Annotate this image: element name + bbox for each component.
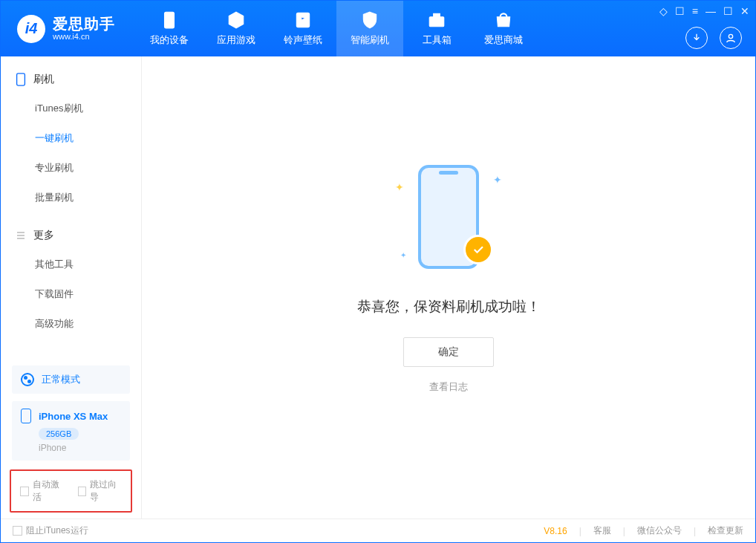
body: 刷机 iTunes刷机 一键刷机 专业刷机 批量刷机 更多 其他工具 下载固件 … [1, 56, 755, 518]
sidebar-item-pro-flash[interactable]: 专业刷机 [1, 153, 141, 183]
phone-icon [160, 10, 179, 30]
success-illustration: ✦ ✦ ✦ [389, 159, 508, 278]
music-icon [293, 10, 313, 30]
app-subtitle: www.i4.cn [53, 32, 115, 41]
list-icon [16, 229, 26, 242]
sidebar-group-more: 更多 [1, 221, 141, 250]
sidebar-item-download-firmware[interactable]: 下载固件 [1, 279, 141, 309]
sidebar-item-oneclick-flash[interactable]: 一键刷机 [1, 123, 141, 153]
cube-icon [227, 10, 246, 30]
sidebar-item-advanced[interactable]: 高级功能 [1, 309, 141, 339]
nav-tabs: 我的设备 应用游戏 铃声壁纸 智能刷机 工具箱 爱思商城 [136, 1, 537, 56]
footer-link-wechat[interactable]: 微信公众号 [637, 524, 682, 537]
tab-toolbox[interactable]: 工具箱 [403, 1, 470, 56]
cb-label: 自动激活 [33, 478, 65, 504]
success-message: 恭喜您，保资料刷机成功啦！ [357, 297, 541, 316]
feedback-icon[interactable]: ☐ [675, 5, 685, 17]
mode-label: 正常模式 [42, 373, 80, 386]
tab-ringtones-wallpapers[interactable]: 铃声壁纸 [270, 1, 336, 56]
mode-card[interactable]: 正常模式 [12, 365, 130, 394]
device-type: iPhone [39, 443, 121, 453]
sidebar-group-flash: 刷机 [1, 65, 141, 94]
toolbox-icon [427, 10, 446, 30]
sidebar-item-itunes-flash[interactable]: iTunes刷机 [1, 94, 141, 123]
device-card[interactable]: iPhone XS Max 256GB iPhone [12, 401, 130, 461]
header-action-icons [685, 27, 742, 49]
app-logo: i4 爱思助手 www.i4.cn [1, 15, 128, 43]
sparkle-icon: ✦ [493, 174, 502, 186]
checkbox-auto-activate[interactable]: 自动激活 [20, 478, 65, 504]
minimize-button[interactable]: — [706, 5, 716, 17]
titlebar: i4 爱思助手 www.i4.cn 我的设备 应用游戏 铃声壁纸 智能刷机 [1, 1, 755, 56]
sidebar-item-batch-flash[interactable]: 批量刷机 [1, 183, 141, 212]
download-button[interactable] [685, 27, 708, 49]
phone-outline-icon [16, 73, 26, 86]
cb-label: 阻止iTunes运行 [26, 524, 88, 537]
svg-rect-2 [429, 17, 444, 27]
tab-label: 爱思商城 [484, 33, 523, 47]
highlighted-options: 自动激活 跳过向导 [10, 469, 132, 513]
maximize-button[interactable]: ☐ [723, 5, 733, 17]
app-title: 爱思助手 [53, 16, 115, 32]
sidebar-group-title: 更多 [33, 229, 54, 242]
logo-icon: i4 [17, 15, 45, 43]
sparkle-icon: ✦ [395, 181, 404, 193]
mode-icon [21, 373, 34, 386]
svg-rect-0 [165, 12, 175, 28]
tab-smart-flash[interactable]: 智能刷机 [336, 1, 403, 56]
close-button[interactable]: ✕ [740, 5, 749, 17]
tab-label: 铃声壁纸 [284, 33, 322, 47]
app-window: i4 爱思助手 www.i4.cn 我的设备 应用游戏 铃声壁纸 智能刷机 [0, 0, 756, 543]
tab-label: 智能刷机 [351, 33, 389, 47]
version-label: V8.16 [544, 526, 567, 536]
ok-button[interactable]: 确定 [403, 337, 494, 367]
checkbox-block-itunes[interactable]: 阻止iTunes运行 [13, 524, 88, 537]
tab-my-device[interactable]: 我的设备 [136, 1, 203, 56]
svg-point-4 [729, 34, 732, 38]
sidebar: 刷机 iTunes刷机 一键刷机 专业刷机 批量刷机 更多 其他工具 下载固件 … [1, 56, 142, 518]
sidebar-item-other-tools[interactable]: 其他工具 [1, 250, 141, 279]
store-icon [494, 10, 513, 30]
tab-label: 应用游戏 [217, 33, 255, 47]
checkbox-skip-guide[interactable]: 跳过向导 [78, 478, 123, 504]
footer-link-update[interactable]: 检查更新 [708, 524, 743, 537]
cb-label: 跳过向导 [90, 478, 122, 504]
footer: 阻止iTunes运行 V8.16 | 客服 | 微信公众号 | 检查更新 [1, 518, 755, 542]
footer-link-support[interactable]: 客服 [593, 524, 611, 537]
shirt-icon[interactable]: ◇ [659, 5, 668, 17]
tab-label: 工具箱 [423, 33, 452, 47]
window-controls: ◇ ☐ ≡ — ☐ ✕ [659, 5, 749, 17]
menu-icon[interactable]: ≡ [692, 5, 698, 17]
svg-rect-3 [434, 13, 440, 16]
svg-rect-5 [17, 74, 25, 85]
sparkle-icon: ✦ [400, 251, 406, 259]
tab-label: 我的设备 [150, 33, 189, 47]
shield-icon [360, 10, 379, 30]
sidebar-group-title: 刷机 [33, 73, 54, 86]
success-check-icon [463, 235, 493, 264]
device-phone-icon [21, 409, 31, 423]
svg-rect-1 [296, 13, 309, 27]
view-log-link[interactable]: 查看日志 [429, 380, 468, 394]
tab-store[interactable]: 爱思商城 [470, 1, 537, 56]
device-name: iPhone XS Max [39, 411, 108, 422]
tab-apps-games[interactable]: 应用游戏 [203, 1, 270, 56]
user-button[interactable] [720, 27, 742, 49]
device-storage: 256GB [39, 428, 79, 440]
main-content: ✦ ✦ ✦ 恭喜您，保资料刷机成功啦！ 确定 查看日志 [142, 56, 755, 518]
